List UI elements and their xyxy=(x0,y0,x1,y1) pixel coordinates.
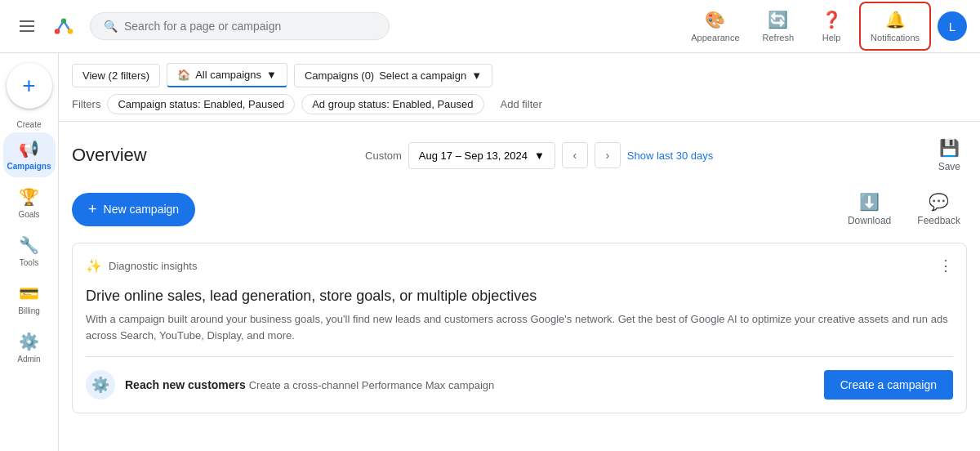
sidebar-item-admin[interactable]: ⚙️ Admin xyxy=(3,325,56,370)
create-button[interactable]: + xyxy=(7,63,52,109)
top-navigation: 🔍 🎨 Appearance 🔄 Refresh ❓ Help 🔔 Notifi… xyxy=(0,0,980,53)
svg-point-3 xyxy=(61,18,66,23)
help-icon: ❓ xyxy=(822,10,842,29)
sidebar-campaigns-label: Campaigns xyxy=(7,162,51,171)
appearance-button[interactable]: 🎨 Appearance xyxy=(681,3,749,49)
headline: Drive online sales, lead generation, sto… xyxy=(86,288,953,305)
search-icon: 🔍 xyxy=(104,20,118,33)
sidebar: + Create 📢 Campaigns 🏆 Goals 🔧 Tools 💳 B… xyxy=(0,53,59,451)
notifications-icon: 🔔 xyxy=(885,10,906,29)
add-filter-label: Add filter xyxy=(501,98,542,110)
reach-subtitle: Create a cross-channel Performance Max c… xyxy=(249,379,495,391)
svg-point-2 xyxy=(68,29,73,33)
new-campaign-plus-icon: + xyxy=(88,201,97,218)
nav-actions: 🎨 Appearance 🔄 Refresh ❓ Help 🔔 Notifica… xyxy=(681,2,967,51)
actions-row: + New campaign ⬇️ Download 💬 Feedback xyxy=(59,182,980,236)
new-campaign-button[interactable]: + New campaign xyxy=(72,193,195,226)
goals-icon: 🏆 xyxy=(19,187,39,207)
save-button[interactable]: 💾 Save xyxy=(932,135,967,176)
campaigns-icon: 📢 xyxy=(19,139,39,159)
help-button[interactable]: ❓ Help xyxy=(807,3,856,49)
description: With a campaign built around your busine… xyxy=(86,311,953,343)
new-campaign-label: New campaign xyxy=(104,203,180,216)
diagnostic-title-row: ✨ Diagnostic insights xyxy=(86,258,197,274)
show-last-30-button[interactable]: Show last 30 days xyxy=(627,150,714,162)
more-options-button[interactable]: ⋮ xyxy=(938,257,953,275)
sidebar-item-tools[interactable]: 🔧 Tools xyxy=(3,229,56,274)
action-buttons: ⬇️ Download 💬 Feedback xyxy=(841,189,967,230)
admin-icon: ⚙️ xyxy=(19,332,39,351)
avatar[interactable]: L xyxy=(938,11,967,41)
sidebar-item-campaigns[interactable]: 📢 Campaigns xyxy=(3,132,56,177)
prev-date-button[interactable]: ‹ xyxy=(562,142,588,168)
refresh-button[interactable]: 🔄 Refresh xyxy=(753,3,804,49)
sidebar-item-billing[interactable]: 💳 Billing xyxy=(3,277,56,322)
feedback-label: Feedback xyxy=(917,215,960,226)
search-bar[interactable]: 🔍 xyxy=(90,12,390,40)
campaign-status-filter[interactable]: Campaign status: Enabled, Paused xyxy=(107,94,295,114)
chevron-down-icon: ▼ xyxy=(266,69,277,81)
save-label: Save xyxy=(938,161,960,172)
add-filter-button[interactable]: Add filter xyxy=(491,95,552,114)
campaigns-dropdown[interactable]: Campaigns (0) Select a campaign ▼ xyxy=(294,64,492,87)
sidebar-tools-label: Tools xyxy=(20,258,38,267)
reach-icon: ⚙️ xyxy=(86,370,115,400)
reach-text: Reach new customers Create a cross-chann… xyxy=(125,378,494,391)
create-campaign-button[interactable]: Create a campaign xyxy=(824,370,953,400)
show-last-30-label: Show last 30 days xyxy=(627,150,714,162)
next-date-button[interactable]: › xyxy=(595,142,621,168)
svg-point-0 xyxy=(52,15,76,38)
campaigns-dropdown-label: Campaigns (0) xyxy=(305,69,374,82)
create-label: Create xyxy=(16,120,41,129)
refresh-icon: 🔄 xyxy=(768,10,788,29)
hamburger-line xyxy=(20,25,34,27)
overview-title: Overview xyxy=(72,145,147,166)
notifications-button[interactable]: 🔔 Notifications xyxy=(859,2,931,51)
hamburger-menu-button[interactable] xyxy=(13,14,41,38)
feedback-button[interactable]: 💬 Feedback xyxy=(911,189,967,230)
sidebar-item-goals[interactable]: 🏆 Goals xyxy=(3,181,56,226)
save-icon: 💾 xyxy=(939,138,960,158)
google-ads-logo xyxy=(51,13,77,39)
appearance-icon: 🎨 xyxy=(705,10,725,29)
home-icon: 🏠 xyxy=(177,69,190,81)
appearance-label: Appearance xyxy=(691,33,739,42)
hamburger-line xyxy=(20,30,34,32)
filters-label: Filters xyxy=(72,98,100,110)
reach-row: ⚙️ Reach new customers Create a cross-ch… xyxy=(86,356,953,400)
tools-icon: 🔧 xyxy=(19,235,39,255)
download-button[interactable]: ⬇️ Download xyxy=(841,189,898,230)
chevron-down-icon-3: ▼ xyxy=(534,150,545,162)
more-icon: ⋮ xyxy=(938,257,953,275)
ad-group-status-filter[interactable]: Ad group status: Enabled, Paused xyxy=(301,94,483,114)
hamburger-line xyxy=(20,20,34,22)
search-input[interactable] xyxy=(124,20,376,33)
filter-bar: View (2 filters) 🏠 All campaigns ▼ Campa… xyxy=(59,53,980,87)
create-campaign-label: Create a campaign xyxy=(840,378,937,391)
all-campaigns-dropdown[interactable]: 🏠 All campaigns ▼ xyxy=(167,63,287,87)
svg-point-1 xyxy=(55,29,60,33)
main-content: View (2 filters) 🏠 All campaigns ▼ Campa… xyxy=(59,53,980,451)
overview-header: Overview Custom Aug 17 – Sep 13, 2024 ▼ … xyxy=(59,122,980,182)
sidebar-admin-label: Admin xyxy=(17,355,40,364)
date-range-text: Aug 17 – Sep 13, 2024 xyxy=(419,150,528,162)
diagnostic-sparkle-icon: ✨ xyxy=(86,258,102,274)
billing-icon: 💳 xyxy=(19,284,39,303)
reach-left: ⚙️ Reach new customers Create a cross-ch… xyxy=(86,370,494,400)
download-icon: ⬇️ xyxy=(859,192,880,212)
sidebar-billing-label: Billing xyxy=(18,306,40,315)
view-filters-dropdown[interactable]: View (2 filters) xyxy=(72,64,160,87)
chevron-right-icon: › xyxy=(605,149,609,162)
help-label: Help xyxy=(822,33,841,42)
custom-label: Custom xyxy=(365,150,402,162)
chevron-down-icon-2: ▼ xyxy=(471,69,482,82)
date-range-button[interactable]: Aug 17 – Sep 13, 2024 ▼ xyxy=(408,142,555,169)
feedback-icon: 💬 xyxy=(929,192,949,212)
date-controls: Custom Aug 17 – Sep 13, 2024 ▼ ‹ › Show … xyxy=(365,142,713,169)
sidebar-goals-label: Goals xyxy=(18,210,39,219)
create-plus-icon: + xyxy=(22,74,35,97)
select-campaign-label: Select a campaign xyxy=(379,69,466,82)
all-campaigns-label: All campaigns xyxy=(195,69,261,81)
reach-title: Reach new customers xyxy=(125,378,246,391)
filters-row: Filters Campaign status: Enabled, Paused… xyxy=(59,87,980,122)
